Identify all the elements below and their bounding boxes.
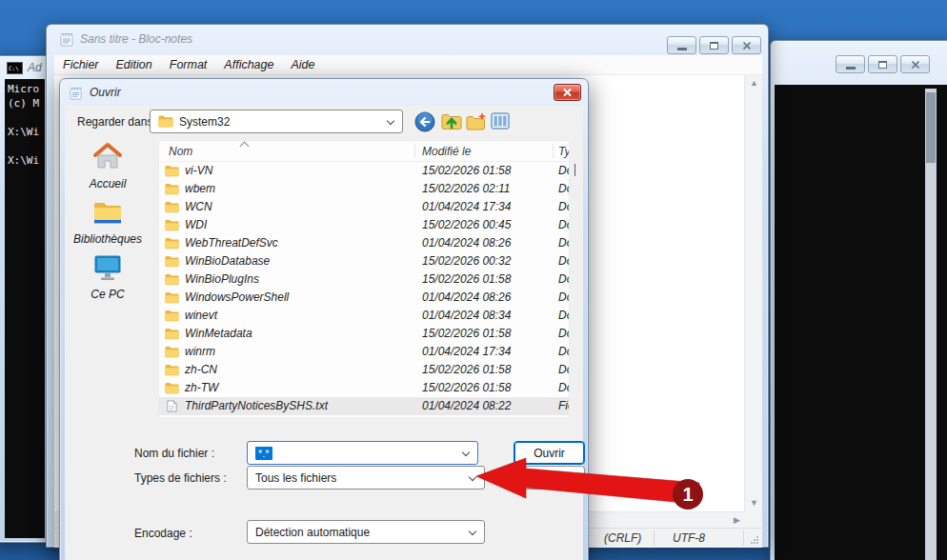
file-list: Nom Modifié le Type vi-VN 15/02/2026 01:… xyxy=(158,140,570,418)
table-row[interactable]: WDI 15/02/2026 00:45 Dossier de fichiers xyxy=(159,216,569,234)
folder-icon xyxy=(165,273,179,286)
new-folder-button[interactable] xyxy=(466,111,487,132)
chevron-down-icon xyxy=(469,528,476,535)
table-row[interactable]: vi-VN 15/02/2026 01:58 Dossier de fichie… xyxy=(159,162,569,180)
maximize-icon xyxy=(878,61,887,69)
column-header-modified[interactable]: Modifié le xyxy=(422,145,471,158)
menu-item-affichage[interactable]: Affichage xyxy=(215,58,282,71)
folder-icon xyxy=(165,364,179,376)
table-row[interactable]: WinBioDatabase 15/02/2026 00:32 Dossier … xyxy=(159,252,569,270)
file-name: WinMetadata xyxy=(185,327,252,340)
file-type: Dossier de fichiers xyxy=(558,272,570,286)
encoding-combobox[interactable]: Détection automatique xyxy=(247,520,485,544)
file-name: WinBioDatabase xyxy=(185,254,270,268)
look-in-value: System32 xyxy=(179,115,230,129)
table-row[interactable]: WinBioPlugIns 15/02/2026 01:58 Dossier d… xyxy=(159,270,569,289)
vertical-scrollbar[interactable]: ▲ ▼ xyxy=(744,75,762,511)
sidebar-item-label: Ce PC xyxy=(60,288,155,301)
libraries-icon xyxy=(92,199,123,226)
file-modified-date: 15/02/2026 01:58 xyxy=(422,381,511,394)
notepad-titlebar[interactable]: Sans titre - Bloc-notes xyxy=(47,25,768,53)
sidebar-item-label: Bibliothèques xyxy=(60,232,155,246)
close-button[interactable] xyxy=(900,55,930,73)
file-list-header: Nom Modifié le Type xyxy=(159,141,569,162)
encoding-value: Détection automatique xyxy=(255,526,370,539)
table-row[interactable]: WindowsPowerShell 01/04/2024 08:26 Dossi… xyxy=(159,289,569,307)
menu-item-aide[interactable]: Aide xyxy=(282,58,323,71)
chevron-down-icon xyxy=(462,449,470,456)
file-modified-date: 01/04/2024 17:34 xyxy=(422,345,511,358)
scrollbar-corner xyxy=(744,511,762,528)
menu-item-format[interactable]: Format xyxy=(161,58,216,71)
table-row[interactable]: zh-CN 15/02/2026 01:58 Dossier de fichie… xyxy=(159,361,569,379)
look-in-combobox[interactable]: System32 xyxy=(150,110,403,133)
close-button[interactable] xyxy=(554,84,581,101)
file-type: Dossier de fichiers xyxy=(558,236,570,250)
close-button[interactable] xyxy=(732,36,761,54)
sidebar-item-home[interactable]: Accueil xyxy=(60,142,155,190)
back-button[interactable] xyxy=(414,111,435,132)
computer-icon xyxy=(93,254,122,281)
status-line-ending: (CRLF) xyxy=(604,531,641,545)
column-separator[interactable] xyxy=(414,144,415,158)
file-modified-date: 15/02/2026 01:58 xyxy=(422,363,511,376)
terminal-window-right[interactable] xyxy=(770,40,947,560)
table-row[interactable]: WinMetadata 15/02/2026 01:58 Dossier de … xyxy=(159,325,569,343)
scroll-right-icon[interactable]: ▶ xyxy=(734,516,740,525)
chevron-down-icon xyxy=(515,119,520,124)
chevron-down-icon xyxy=(469,473,476,481)
table-row[interactable]: WebThreatDefSvc 01/04/2024 08:26 Dossier… xyxy=(159,234,569,252)
minimize-button[interactable] xyxy=(667,36,696,54)
file-type-label: Types de fichiers : xyxy=(134,471,227,485)
table-row[interactable]: ThirdPartyNoticesBySHS.txt 01/04/2024 08… xyxy=(159,397,569,415)
table-row[interactable]: wbem 15/02/2026 02:11 Dossier de fichier… xyxy=(159,180,569,198)
terminal-right-scrollbar[interactable] xyxy=(925,89,937,560)
sidebar-item-libraries[interactable]: Bibliothèques xyxy=(60,199,155,246)
cancel-button[interactable]: Annuler xyxy=(514,466,585,490)
menu-item-edition[interactable]: Edition xyxy=(108,58,161,71)
scroll-down-icon[interactable]: ▼ xyxy=(750,499,758,508)
table-row[interactable]: zh-TW 15/02/2026 01:58 Dossier de fichie… xyxy=(159,379,569,397)
file-name-combobox[interactable]: *.* xyxy=(247,441,478,465)
file-type: Dossier de fichiers xyxy=(558,290,570,304)
up-one-level-button[interactable] xyxy=(441,111,462,132)
resize-grip[interactable] xyxy=(750,535,759,545)
menu-item-fichier[interactable]: Fichier xyxy=(54,58,108,71)
file-type-value: Tous les fichiers xyxy=(255,471,336,485)
terminal-output-left: Micro(c) M X:\Wi X:\Wi xyxy=(5,79,45,170)
file-name: WindowsPowerShell xyxy=(185,290,289,304)
table-row[interactable]: winevt 01/04/2024 08:34 Dossier de fichi… xyxy=(159,307,569,325)
table-row[interactable]: winrm 01/04/2024 17:34 Dossier de fichie… xyxy=(159,343,569,361)
file-type: Dossier de fichiers xyxy=(558,381,570,394)
folder-icon xyxy=(165,310,179,322)
notepad-icon xyxy=(59,31,74,47)
scroll-up-icon[interactable]: ▲ xyxy=(750,79,758,88)
folder-icon xyxy=(165,165,179,177)
maximize-button[interactable] xyxy=(868,55,897,73)
folder-icon xyxy=(165,291,179,304)
file-modified-date: 15/02/2026 01:58 xyxy=(422,272,511,286)
open-button[interactable]: Ouvrir xyxy=(514,441,585,465)
terminal-line xyxy=(8,139,42,153)
column-header-type[interactable]: Type xyxy=(558,145,570,158)
cmd-icon: C:\ xyxy=(7,62,23,74)
column-header-name[interactable]: Nom xyxy=(169,145,192,158)
file-name: wbem xyxy=(185,182,215,195)
table-row[interactable]: WCN 01/04/2024 17:34 Dossier de fichiers xyxy=(159,198,569,216)
open-dialog-titlebar[interactable]: Ouvrir xyxy=(60,79,588,106)
desktop: C:\ Ad Micro(c) M X:\Wi X:\Wi xyxy=(0,0,947,560)
open-dialog-title: Ouvrir xyxy=(90,86,121,99)
close-icon xyxy=(562,88,573,97)
file-name: zh-CN xyxy=(185,363,217,376)
file-type: Dossier de fichiers xyxy=(558,363,570,376)
file-type: Dossier de fichiers xyxy=(558,182,570,195)
sidebar-item-this-pc[interactable]: Ce PC xyxy=(60,254,155,301)
column-separator[interactable] xyxy=(553,144,554,158)
views-button[interactable] xyxy=(491,111,521,132)
file-modified-date: 15/02/2026 00:45 xyxy=(422,218,511,231)
maximize-button[interactable] xyxy=(699,36,729,54)
notepad-menubar: FichierEditionFormatAffichageAide xyxy=(54,55,762,75)
terminal-line: Micro xyxy=(8,82,42,96)
file-type-combobox[interactable]: Tous les fichiers xyxy=(247,466,485,490)
minimize-button[interactable] xyxy=(836,55,865,73)
